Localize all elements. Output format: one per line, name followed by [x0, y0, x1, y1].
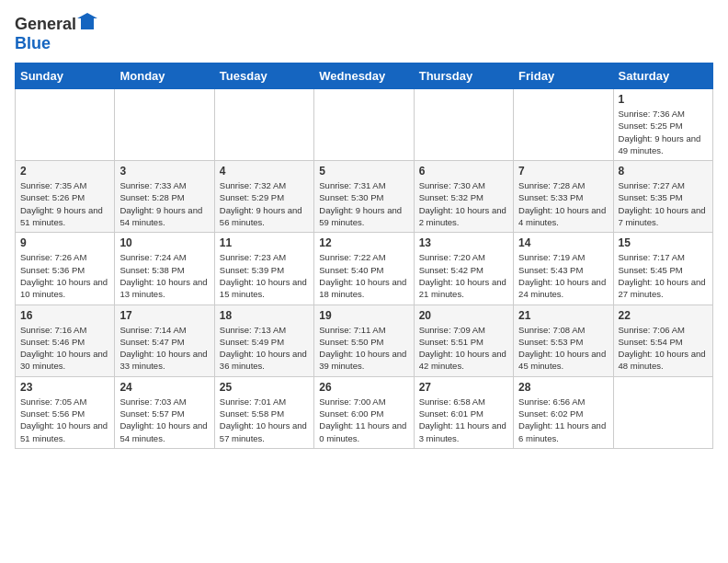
day-info: Sunrise: 7:36 AM Sunset: 5:25 PM Dayligh… [619, 108, 708, 156]
calendar-cell [314, 89, 414, 161]
weekday-header: Wednesday [314, 63, 414, 89]
calendar-cell: 13Sunrise: 7:20 AM Sunset: 5:42 PM Dayli… [414, 233, 513, 304]
day-number: 9 [20, 236, 109, 249]
calendar-cell: 3Sunrise: 7:33 AM Sunset: 5:28 PM Daylig… [115, 161, 214, 233]
day-info: Sunrise: 7:30 AM Sunset: 5:32 PM Dayligh… [419, 179, 508, 228]
day-info: Sunrise: 7:08 AM Sunset: 5:53 PM Dayligh… [518, 324, 608, 373]
day-info: Sunrise: 7:27 AM Sunset: 5:35 PM Dayligh… [619, 179, 708, 228]
day-number: 15 [619, 236, 708, 249]
day-number: 22 [619, 309, 708, 322]
day-info: Sunrise: 7:06 AM Sunset: 5:54 PM Dayligh… [619, 324, 708, 373]
day-number: 1 [619, 93, 708, 106]
calendar-cell [414, 89, 513, 161]
day-number: 20 [419, 309, 508, 322]
weekday-header: Monday [115, 63, 214, 89]
calendar-cell [613, 376, 712, 448]
calendar-cell: 10Sunrise: 7:24 AM Sunset: 5:38 PM Dayli… [115, 233, 214, 304]
calendar-week-row: 9Sunrise: 7:26 AM Sunset: 5:36 PM Daylig… [16, 233, 713, 304]
day-info: Sunrise: 7:11 AM Sunset: 5:50 PM Dayligh… [319, 324, 408, 373]
day-number: 28 [518, 381, 608, 394]
calendar-cell: 28Sunrise: 6:56 AM Sunset: 6:02 PM Dayli… [514, 376, 613, 448]
calendar-week-row: 23Sunrise: 7:05 AM Sunset: 5:56 PM Dayli… [16, 376, 713, 448]
weekday-header: Thursday [414, 63, 513, 89]
day-number: 19 [319, 309, 408, 322]
day-number: 7 [518, 165, 608, 178]
day-number: 12 [319, 236, 408, 249]
calendar-cell: 25Sunrise: 7:01 AM Sunset: 5:58 PM Dayli… [214, 376, 313, 448]
day-number: 14 [518, 236, 608, 249]
day-info: Sunrise: 7:03 AM Sunset: 5:57 PM Dayligh… [119, 396, 209, 444]
day-number: 18 [220, 309, 309, 322]
calendar-cell: 12Sunrise: 7:22 AM Sunset: 5:40 PM Dayli… [314, 233, 414, 304]
weekday-header: Sunday [16, 63, 115, 89]
calendar-cell: 7Sunrise: 7:28 AM Sunset: 5:33 PM Daylig… [514, 161, 613, 233]
calendar-cell: 27Sunrise: 6:58 AM Sunset: 6:01 PM Dayli… [414, 376, 513, 448]
day-info: Sunrise: 7:23 AM Sunset: 5:39 PM Dayligh… [220, 251, 309, 300]
calendar-cell: 26Sunrise: 7:00 AM Sunset: 6:00 PM Dayli… [314, 376, 414, 448]
day-number: 24 [119, 381, 209, 394]
calendar-table: SundayMondayTuesdayWednesdayThursdayFrid… [15, 63, 713, 449]
day-number: 11 [220, 236, 309, 249]
day-number: 16 [20, 309, 109, 322]
calendar-cell [115, 89, 214, 161]
day-info: Sunrise: 7:24 AM Sunset: 5:38 PM Dayligh… [119, 251, 209, 300]
calendar-cell: 22Sunrise: 7:06 AM Sunset: 5:54 PM Dayli… [613, 304, 712, 376]
day-info: Sunrise: 7:28 AM Sunset: 5:33 PM Dayligh… [518, 179, 608, 228]
logo-icon [77, 13, 97, 29]
day-info: Sunrise: 7:20 AM Sunset: 5:42 PM Dayligh… [419, 251, 508, 300]
calendar-cell: 21Sunrise: 7:08 AM Sunset: 5:53 PM Dayli… [514, 304, 613, 376]
day-number: 13 [419, 236, 508, 249]
day-info: Sunrise: 6:56 AM Sunset: 6:02 PM Dayligh… [518, 396, 608, 444]
day-info: Sunrise: 7:35 AM Sunset: 5:26 PM Dayligh… [20, 179, 109, 228]
day-info: Sunrise: 7:22 AM Sunset: 5:40 PM Dayligh… [319, 251, 408, 300]
day-info: Sunrise: 7:26 AM Sunset: 5:36 PM Dayligh… [20, 251, 109, 300]
day-number: 8 [619, 165, 708, 178]
day-info: Sunrise: 7:33 AM Sunset: 5:28 PM Dayligh… [119, 179, 209, 228]
calendar-cell: 5Sunrise: 7:31 AM Sunset: 5:30 PM Daylig… [314, 161, 414, 233]
calendar-cell [514, 89, 613, 161]
page-header: General Blue [15, 15, 713, 53]
day-number: 2 [20, 165, 109, 178]
calendar-cell [16, 89, 115, 161]
day-number: 25 [220, 381, 309, 394]
calendar-cell [214, 89, 313, 161]
day-info: Sunrise: 6:58 AM Sunset: 6:01 PM Dayligh… [419, 396, 508, 444]
svg-marker-0 [77, 13, 97, 29]
day-info: Sunrise: 7:01 AM Sunset: 5:58 PM Dayligh… [220, 396, 309, 444]
calendar-cell: 23Sunrise: 7:05 AM Sunset: 5:56 PM Dayli… [16, 376, 115, 448]
calendar-cell: 16Sunrise: 7:16 AM Sunset: 5:46 PM Dayli… [16, 304, 115, 376]
day-number: 3 [119, 165, 209, 178]
day-info: Sunrise: 7:17 AM Sunset: 5:45 PM Dayligh… [619, 251, 708, 300]
day-info: Sunrise: 7:00 AM Sunset: 6:00 PM Dayligh… [319, 396, 408, 444]
calendar-week-row: 1Sunrise: 7:36 AM Sunset: 5:25 PM Daylig… [16, 89, 713, 161]
day-number: 21 [518, 309, 608, 322]
calendar-week-row: 16Sunrise: 7:16 AM Sunset: 5:46 PM Dayli… [16, 304, 713, 376]
day-number: 6 [419, 165, 508, 178]
calendar-cell: 9Sunrise: 7:26 AM Sunset: 5:36 PM Daylig… [16, 233, 115, 304]
logo-general: General [15, 15, 76, 34]
calendar-cell: 8Sunrise: 7:27 AM Sunset: 5:35 PM Daylig… [613, 161, 712, 233]
calendar-header-row: SundayMondayTuesdayWednesdayThursdayFrid… [16, 63, 713, 89]
day-number: 23 [20, 381, 109, 394]
calendar-cell: 6Sunrise: 7:30 AM Sunset: 5:32 PM Daylig… [414, 161, 513, 233]
calendar-cell: 17Sunrise: 7:14 AM Sunset: 5:47 PM Dayli… [115, 304, 214, 376]
calendar-cell: 19Sunrise: 7:11 AM Sunset: 5:50 PM Dayli… [314, 304, 414, 376]
day-info: Sunrise: 7:16 AM Sunset: 5:46 PM Dayligh… [20, 324, 109, 373]
weekday-header: Friday [514, 63, 613, 89]
calendar-cell: 15Sunrise: 7:17 AM Sunset: 5:45 PM Dayli… [613, 233, 712, 304]
calendar-cell: 20Sunrise: 7:09 AM Sunset: 5:51 PM Dayli… [414, 304, 513, 376]
logo: General Blue [15, 15, 97, 53]
calendar-cell: 24Sunrise: 7:03 AM Sunset: 5:57 PM Dayli… [115, 376, 214, 448]
logo-blue: Blue [15, 34, 51, 52]
day-number: 4 [220, 165, 309, 178]
day-info: Sunrise: 7:09 AM Sunset: 5:51 PM Dayligh… [419, 324, 508, 373]
day-info: Sunrise: 7:31 AM Sunset: 5:30 PM Dayligh… [319, 179, 408, 228]
day-number: 5 [319, 165, 408, 178]
day-number: 10 [119, 236, 209, 249]
day-number: 27 [419, 381, 508, 394]
calendar-cell: 14Sunrise: 7:19 AM Sunset: 5:43 PM Dayli… [514, 233, 613, 304]
weekday-header: Tuesday [214, 63, 313, 89]
logo-container: General Blue [15, 15, 97, 53]
day-info: Sunrise: 7:32 AM Sunset: 5:29 PM Dayligh… [220, 179, 309, 228]
day-info: Sunrise: 7:05 AM Sunset: 5:56 PM Dayligh… [20, 396, 109, 444]
